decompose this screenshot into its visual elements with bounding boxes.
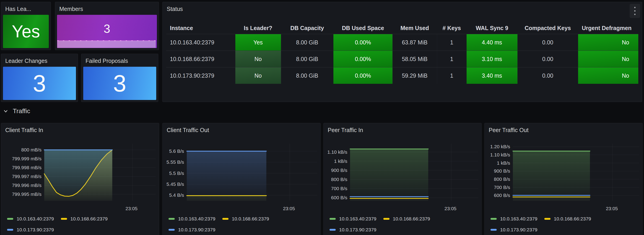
panel-title[interactable]: Client Traffic Out [167,127,209,133]
panel-members: Members 3 [55,2,159,50]
legend-item[interactable]: 10.0.173.90:2379 [7,227,54,233]
legend-item[interactable]: 10.0.163.40:2379 [330,216,376,222]
y-axis-tick: 600 B/s [484,193,510,198]
y-axis-tick: 600 B/s [324,195,347,200]
panel-menu-button[interactable] [630,4,640,18]
table-cell: 10.0.163.40:2379 [166,34,235,50]
series-area [187,151,266,201]
series-area [44,150,112,201]
panel-title[interactable]: Leader Changes [5,58,48,64]
chart-legend: 10.0.163.40:237910.0.168.66:237910.0.173… [330,216,471,233]
y-axis-tick: 5.45 B/s [162,182,184,187]
legend-label: 10.0.173.90:2379 [178,227,216,233]
panel-title[interactable]: Status [167,6,183,12]
column-header[interactable]: DB Used Space [334,25,392,31]
y-axis-tick: 900 B/s [484,168,510,174]
table-header-row: InstanceIs Leader?DB CapacityDB Used Spa… [166,22,638,34]
panel-failed-proposals: Failed Proposals 3 [81,54,158,102]
panel-peer-traffic-out: Peer Traffic Out 1.20 kB/s1.10 kB/s1 kB/… [484,123,643,235]
legend-label: 10.0.173.90:2379 [500,227,538,233]
y-axis-tick: 5.4 B/s [162,192,184,198]
y-axis-tick: 800 mB/s [1,147,42,153]
panel-leader-changes: Leader Changes 3 [1,54,78,102]
panel-title[interactable]: Has Lea... [5,6,31,12]
y-axis-tick: 1.10 kB/s [484,152,510,158]
stat-value: 3 [33,71,46,95]
column-header[interactable]: Is Leader? [235,25,281,31]
grafana-dashboard: { "colors": { "bg_canvas": "#0c0d10", "b… [0,0,644,235]
table-cell: 63.87 MiB [392,34,437,50]
y-axis-tick: 799.998 mB/s [1,165,42,170]
legend-item[interactable]: 10.0.168.66:2379 [383,216,430,222]
stat-background: 3 [83,67,156,100]
table-cell: 0.00% [334,67,392,84]
legend-color-pill [7,229,13,231]
column-header[interactable]: # Keys [437,25,466,31]
table-cell: No [235,67,281,84]
stat-background: 3 [3,67,76,100]
column-header[interactable]: Instance [166,25,235,31]
legend-label: 10.0.168.66:2379 [554,216,591,222]
legend-item[interactable]: 10.0.168.66:2379 [222,216,269,222]
panel-title[interactable]: Peer Traffic In [328,127,363,133]
table-cell: No [578,67,638,84]
legend-item[interactable]: 10.0.173.90:2379 [330,227,376,233]
table-cell: 3.40 ms [466,67,518,84]
legend-label: 10.0.168.66:2379 [232,216,269,222]
legend-item[interactable]: 10.0.168.66:2379 [61,216,108,222]
table-row: 10.0.168.66:2379No8.00 GiB0.00%58.05 MiB… [166,50,638,67]
table-cell: Yes [235,34,281,50]
legend-color-pill [222,218,228,220]
y-axis-tick: 1 kB/s [484,160,510,166]
legend-label: 10.0.173.90:2379 [17,227,54,233]
y-axis-tick: 5.6 B/s [162,149,184,154]
table-cell: 0.00 [518,67,578,84]
legend-label: 10.0.163.40:2379 [500,216,538,222]
column-header[interactable]: Mem Used [392,25,437,31]
table-cell: 0.00 [518,51,578,67]
line-chart-svg [350,146,478,201]
y-axis-tick: 5.5 B/s [162,171,184,176]
legend-item[interactable]: 10.0.168.66:2379 [544,216,591,222]
table-cell: 0.00 [518,34,578,50]
line-chart-svg [187,146,317,201]
table-cell: 10.0.173.90:2379 [166,67,235,84]
section-traffic[interactable]: Traffic [3,106,30,116]
legend-item[interactable]: 10.0.163.40:2379 [7,216,54,222]
y-axis-tick: 5.55 B/s [162,159,184,165]
panel-title[interactable]: Client Traffic In [5,127,43,133]
legend-color-pill [383,218,390,220]
section-title: Traffic [13,107,30,115]
legend-label: 10.0.168.66:2379 [70,216,108,222]
column-header[interactable]: DB Capacity [281,25,334,31]
column-header[interactable]: WAL Sync 99t [466,25,518,31]
legend-item[interactable]: 10.0.163.40:2379 [490,216,538,222]
panel-title[interactable]: Peer Traffic Out [489,127,528,133]
table-cell: 10.0.168.66:2379 [166,51,235,67]
column-header[interactable]: Compacted Keys [518,25,578,31]
legend-color-pill [544,218,550,220]
y-axis-tick: 1 kB/s [324,159,347,164]
legend-item[interactable]: 10.0.163.40:2379 [168,216,216,222]
table-cell: 1 [437,67,466,84]
legend-color-pill [168,229,175,231]
table-cell: 1 [437,51,466,67]
panel-title[interactable]: Members [59,6,83,12]
stat-value: Yes [12,23,40,40]
stat-value: 3 [113,71,126,95]
legend-item[interactable]: 10.0.173.90:2379 [168,227,216,233]
y-axis-tick: 1.10 kB/s [324,149,347,155]
table-cell: 4.40 ms [466,34,518,50]
legend-item[interactable]: 10.0.173.90:2379 [490,227,538,233]
stat-background: Yes [3,15,49,48]
panel-has-leader: Has Lea... Yes [1,2,51,50]
table-cell: 0.00% [334,51,392,67]
sparkline-area [57,41,156,48]
series-area [350,149,428,201]
table-cell: 0.00% [334,34,392,50]
series-area [350,197,428,201]
y-axis-tick: 799.999 mB/s [1,156,42,161]
column-header[interactable]: Urgent Defragmen [578,25,638,31]
panel-title[interactable]: Failed Proposals [86,58,128,64]
y-axis-tick: 700 B/s [484,185,510,190]
